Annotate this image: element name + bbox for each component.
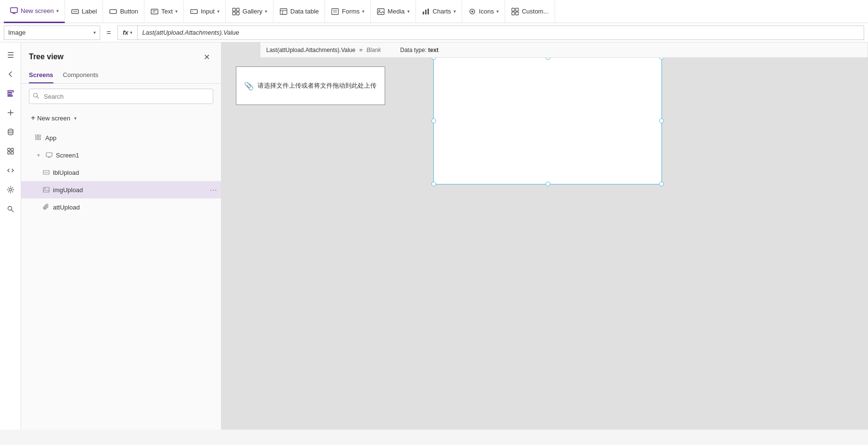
search-input[interactable] <box>29 89 213 104</box>
tree-close-button[interactable]: ✕ <box>200 50 213 64</box>
svg-rect-49 <box>39 138 40 140</box>
formula-input[interactable]: Last(attUpload.Attachments).Value <box>138 26 864 40</box>
search-icon <box>33 92 39 100</box>
chevron-down-icon: ▾ <box>93 30 96 35</box>
svg-line-43 <box>11 210 13 212</box>
datatable-icon <box>279 7 288 16</box>
tree-item-app-label: App <box>45 134 217 142</box>
label-icon <box>71 7 79 16</box>
toolbar: New screen ▾ Label Button Text ▾ Input ▾… <box>0 0 868 23</box>
tree-title: Tree view <box>29 52 64 61</box>
resize-handle-ml[interactable] <box>431 118 436 123</box>
label-item-icon <box>42 169 50 176</box>
svg-rect-39 <box>8 152 10 154</box>
attach-item-icon <box>42 203 50 211</box>
data-type-label: Data type: text <box>400 47 438 53</box>
resize-handle-bl[interactable] <box>431 182 436 186</box>
chevron-down-icon: ▾ <box>217 9 220 14</box>
svg-rect-12 <box>233 12 235 15</box>
input-button[interactable]: Input ▾ <box>184 0 226 23</box>
tree-item-screen1-label: Screen1 <box>56 152 217 159</box>
tab-screens[interactable]: Screens <box>29 67 53 83</box>
hamburger-menu-icon[interactable]: ☰ <box>2 46 19 64</box>
chevron-down-icon: ▾ <box>130 30 132 35</box>
formula-hint-bar: Last(attUpload.Attachments).Value = Blan… <box>260 42 868 58</box>
svg-rect-4 <box>110 10 117 13</box>
chevron-down-icon: ▾ <box>265 9 267 14</box>
svg-rect-30 <box>516 12 518 15</box>
svg-point-36 <box>8 129 13 131</box>
svg-rect-27 <box>512 8 515 11</box>
property-dropdown[interactable]: Image ▾ <box>4 26 100 40</box>
add-icon[interactable] <box>2 104 19 121</box>
formula-bar: Image ▾ = fx ▾ Last(attUpload.Attachment… <box>0 23 868 42</box>
resize-handle-br[interactable] <box>659 182 664 186</box>
back-icon[interactable] <box>2 65 19 83</box>
svg-rect-28 <box>516 8 518 11</box>
upload-control[interactable]: 📎 请选择文件上传或者将文件拖动到此处上传 <box>236 66 385 105</box>
gallery-button[interactable]: Gallery ▾ <box>226 0 273 23</box>
hint-blank: Blank <box>366 47 381 53</box>
svg-point-26 <box>471 11 473 13</box>
svg-rect-47 <box>39 135 40 137</box>
svg-rect-13 <box>236 12 239 15</box>
database-icon[interactable] <box>2 123 19 141</box>
app-icon <box>35 134 42 142</box>
custom-icon <box>511 7 519 16</box>
selected-image[interactable] <box>433 57 662 184</box>
datatable-button[interactable]: Data table <box>273 0 325 23</box>
custom-button[interactable]: Custom... <box>505 0 555 23</box>
svg-point-55 <box>45 188 46 189</box>
more-options-icon[interactable]: ⋯ <box>209 185 217 195</box>
svg-rect-23 <box>425 10 427 14</box>
component-icon[interactable] <box>2 143 19 160</box>
media-button[interactable]: Media ▾ <box>371 0 415 23</box>
hint-eq: = <box>359 47 363 53</box>
tree-item-lblupload[interactable]: lblUpload <box>21 164 221 181</box>
forms-button[interactable]: Forms ▾ <box>325 0 371 23</box>
tree-item-attupload-label: attUpload <box>53 204 217 211</box>
media-icon <box>376 7 385 16</box>
new-screen-button[interactable]: + New screen ▾ <box>29 112 78 124</box>
label-button[interactable]: Label <box>65 0 104 23</box>
tree-item-imgupload[interactable]: imgUpload ⋯ <box>21 181 221 198</box>
svg-rect-29 <box>512 12 515 15</box>
button-button[interactable]: Button <box>103 0 144 23</box>
svg-rect-40 <box>11 152 13 154</box>
svg-rect-37 <box>8 148 10 151</box>
chevron-down-icon: ▾ <box>175 9 178 14</box>
tree-view-icon[interactable] <box>2 85 19 102</box>
resize-handle-bm[interactable] <box>545 182 550 186</box>
text-button[interactable]: Text ▾ <box>144 0 184 23</box>
tab-components[interactable]: Components <box>63 67 99 83</box>
svg-rect-0 <box>11 8 17 13</box>
icons-button[interactable]: Icons ▾ <box>462 0 505 23</box>
tree-tabs: Screens Components <box>21 67 221 84</box>
chevron-down-icon: ▾ <box>407 9 410 14</box>
tree-items: App ▼ Screen1 lblUpload <box>21 127 221 430</box>
chevron-down-icon: ▾ <box>362 9 364 14</box>
tree-actions: + New screen ▾ <box>21 109 221 127</box>
chevron-right-icon: ▼ <box>35 151 42 159</box>
tree-item-attupload[interactable]: attUpload <box>21 198 221 216</box>
fx-button[interactable]: fx ▾ <box>117 26 138 40</box>
formula-text: Last(attUpload.Attachments).Value <box>143 29 239 36</box>
search-side-icon[interactable] <box>2 200 19 218</box>
svg-rect-31 <box>8 91 13 92</box>
main-layout: ☰ Tree view ✕ Screen <box>0 42 868 430</box>
chevron-down-icon: ▾ <box>74 116 77 121</box>
tree-item-app[interactable]: App <box>21 129 221 146</box>
charts-icon <box>422 7 430 16</box>
screen-icon <box>10 6 18 15</box>
new-screen-button[interactable]: New screen ▾ <box>4 0 65 23</box>
resize-handle-mr[interactable] <box>659 118 664 123</box>
code-icon[interactable] <box>2 162 19 179</box>
tree-search <box>29 89 213 104</box>
upload-control-text: 请选择文件上传或者将文件拖动到此处上传 <box>258 81 376 90</box>
chevron-down-icon: ▾ <box>496 9 499 14</box>
canvas-area: 📎 请选择文件上传或者将文件拖动到此处上传 <box>221 42 868 430</box>
settings-icon[interactable] <box>2 181 19 198</box>
tree-item-screen1[interactable]: ▼ Screen1 <box>21 146 221 164</box>
svg-rect-54 <box>43 187 49 192</box>
charts-button[interactable]: Charts ▾ <box>416 0 462 23</box>
